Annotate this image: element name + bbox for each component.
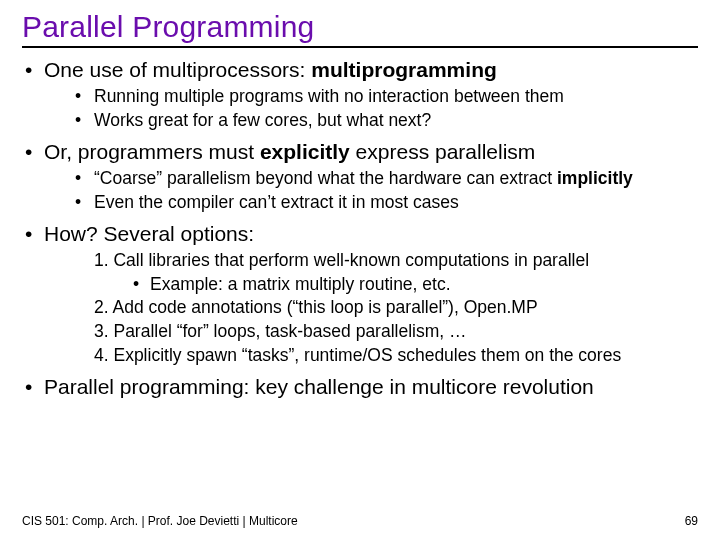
bullet-3-o2: 2. Add code annotations (“this loop is p… xyxy=(72,296,698,319)
bullet-3-ordered: 1. Call libraries that perform well-know… xyxy=(72,249,698,367)
slide: Parallel Programming One use of multipro… xyxy=(0,0,720,540)
footer-left: CIS 501: Comp. Arch. | Prof. Joe Deviett… xyxy=(22,514,298,528)
footer-page-number: 69 xyxy=(685,514,698,528)
bullet-1-bold: multiprogramming xyxy=(311,58,497,81)
bullet-2-pre: Or, programmers must xyxy=(44,140,260,163)
bullet-1-sub-1: Running multiple programs with no intera… xyxy=(72,85,698,108)
bullet-2-sub-1: “Coarse” parallelism beyond what the har… xyxy=(72,167,698,190)
bullet-2-sub-1-pre: “Coarse” parallelism beyond what the har… xyxy=(94,168,557,188)
bullet-3-o4: 4. Explicitly spawn “tasks”, runtime/OS … xyxy=(72,344,698,367)
bullet-4: Parallel programming: key challenge in m… xyxy=(22,373,698,400)
bullet-3-o1-text: 1. Call libraries that perform well-know… xyxy=(94,250,589,270)
bullet-3-o3: 3. Parallel “for” loops, task-based para… xyxy=(72,320,698,343)
bullet-2-sub-1-bold: implicitly xyxy=(557,168,633,188)
bullet-1-sublist: Running multiple programs with no intera… xyxy=(72,85,698,132)
bullet-1-pre: One use of multiprocessors: xyxy=(44,58,311,81)
bullet-list: One use of multiprocessors: multiprogram… xyxy=(22,56,698,400)
bullet-2-post: express parallelism xyxy=(350,140,536,163)
bullet-2-sub-2: Even the compiler can’t extract it in mo… xyxy=(72,191,698,214)
bullet-3-o1-sublist: Example: a matrix multiply routine, etc. xyxy=(130,273,698,296)
bullet-3-o1-sub: Example: a matrix multiply routine, etc. xyxy=(130,273,698,296)
bullet-2-sublist: “Coarse” parallelism beyond what the har… xyxy=(72,167,698,214)
bullet-3: How? Several options: 1. Call libraries … xyxy=(22,220,698,367)
bullet-2: Or, programmers must explicitly express … xyxy=(22,138,698,214)
slide-title: Parallel Programming xyxy=(22,10,698,44)
bullet-3-text: How? Several options: xyxy=(44,222,254,245)
bullet-2-bold: explicitly xyxy=(260,140,350,163)
bullet-3-o1: 1. Call libraries that perform well-know… xyxy=(72,249,698,296)
bullet-1: One use of multiprocessors: multiprogram… xyxy=(22,56,698,132)
slide-footer: CIS 501: Comp. Arch. | Prof. Joe Deviett… xyxy=(22,514,698,528)
title-rule xyxy=(22,46,698,48)
bullet-1-sub-2: Works great for a few cores, but what ne… xyxy=(72,109,698,132)
